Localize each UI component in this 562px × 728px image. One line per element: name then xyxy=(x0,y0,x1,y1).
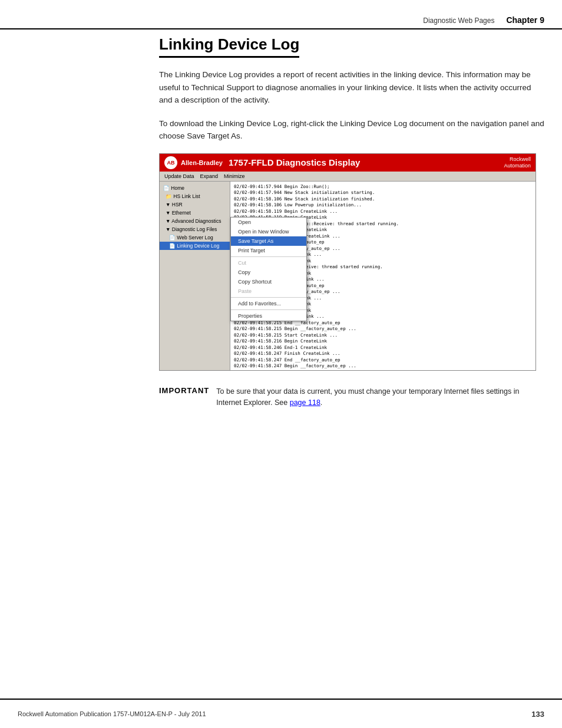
screen-layout: 📄 Home 📁 HS Link List ▼ HSR ▼ Ethernet ▼… xyxy=(160,182,535,370)
important-text-before: To be sure that your data is current, yo… xyxy=(216,387,519,407)
browser-nav: Update Data Expand Minimize xyxy=(160,172,535,182)
section-title: Linking Device Log xyxy=(159,35,299,58)
ab-title: 1757-FFLD Diagnostics Display xyxy=(229,157,504,167)
log-line: 02/02-09:41:58.106 New Stack initializat… xyxy=(234,196,532,203)
ctx-open-new-window[interactable]: Open in New Window xyxy=(231,227,306,236)
rockwell-branding: Rockwell Automation xyxy=(504,156,531,169)
header-section-title: Diagnostic Web Pages xyxy=(423,17,494,25)
ab-topbar: AB Allen-Bradley 1757-FFLD Diagnostics D… xyxy=(160,154,535,172)
ctx-add-favorites[interactable]: Add to Favorites... xyxy=(231,299,306,308)
ctx-print-target[interactable]: Print Target xyxy=(231,246,306,255)
nav-item-ethernet[interactable]: ▼ Ethernet xyxy=(160,209,230,217)
nav-item-webserverlog[interactable]: 📄 Web Server Log xyxy=(160,233,230,242)
context-menu: Open Open in New Window Save Target As P… xyxy=(230,217,307,321)
description-text: The Linking Device Log provides a report… xyxy=(159,68,544,107)
important-text: To be sure that your data is current, yo… xyxy=(216,386,544,409)
nav-item-linkingdevicelog[interactable]: 📄 Linking Device Log xyxy=(160,242,230,250)
log-line: 02/02-09:41:57.944 New Stack initializat… xyxy=(234,190,532,196)
ctx-save-target-as[interactable]: Save Target As xyxy=(231,236,306,246)
log-line: 02/02-09:41:58.106 Low Powerup initializ… xyxy=(234,202,532,209)
ctx-sep-1 xyxy=(231,256,306,257)
nav-item-advanced[interactable]: ▼ Advanced Diagnostics xyxy=(160,217,230,225)
left-nav: 📄 Home 📁 HS Link List ▼ HSR ▼ Ethernet ▼… xyxy=(160,182,230,370)
important-box: IMPORTANT To be sure that your data is c… xyxy=(159,383,544,412)
ctx-cut: Cut xyxy=(231,258,306,268)
nav-item-logfiles[interactable]: ▼ Diagnostic Log Files xyxy=(160,225,230,233)
log-line: 02/02-09:41:58.246 End-1 CreateLink xyxy=(234,345,532,351)
footer-page-number: 133 xyxy=(531,710,544,719)
log-line: 02/02-09:41:58.215 Start CreateLink ... xyxy=(234,332,532,339)
ctx-sep-3 xyxy=(231,309,306,310)
main-content: Linking Device Log The Linking Device Lo… xyxy=(159,35,544,693)
page-footer: Rockwell Automation Publication 1757-UM0… xyxy=(0,699,562,728)
nav-update[interactable]: Update Data xyxy=(162,173,197,180)
instruction-text: To download the Linking Device Log, righ… xyxy=(159,117,544,143)
header-chapter: Chapter 9 xyxy=(506,15,544,25)
log-line: 02/02-09:41:58.247 Finish CreateLink ... xyxy=(234,351,532,357)
important-text-after: . xyxy=(320,398,322,407)
nav-item-hslinklist[interactable]: 📁 HS Link List xyxy=(160,192,230,200)
ctx-copy[interactable]: Copy xyxy=(231,268,306,277)
ctx-properties[interactable]: Properties xyxy=(231,311,306,321)
log-line: 02/02-09:41:58.119 Begin CreateLink ... xyxy=(234,209,532,215)
page-header: Diagnostic Web Pages Chapter 9 xyxy=(0,0,562,29)
nav-minimize[interactable]: Minimize xyxy=(222,173,247,180)
log-line: 02/02-09:41:57.944 Begin Zoo::Run(); xyxy=(234,184,532,190)
log-line: 02/02-09:41:58.247 Begin __factory_auto_… xyxy=(234,363,532,370)
ctx-copy-shortcut[interactable]: Copy Shortcut xyxy=(231,277,306,286)
log-line: 02/02-09:41:58.215 Begin __factory_auto_… xyxy=(234,326,532,332)
ab-logo-area: AB Allen-Bradley xyxy=(164,156,223,169)
important-label: IMPORTANT xyxy=(159,386,209,395)
important-link[interactable]: page 118 xyxy=(290,398,320,407)
log-line: 02/02-09:41:58.216 Begin CreateLink xyxy=(234,338,532,345)
ctx-sep-2 xyxy=(231,297,306,298)
log-line: 02/02-09:41:58.247 End __factory_auto_ep xyxy=(234,357,532,364)
ab-brand: Allen-Bradley xyxy=(181,159,223,166)
nav-item-home[interactable]: 📄 Home xyxy=(160,184,230,192)
nav-item-hsr[interactable]: ▼ HSR xyxy=(160,200,230,209)
log-line: 02/02-09:41:58.247 Begin CreateLink xyxy=(234,370,532,370)
ctx-paste: Paste xyxy=(231,286,306,296)
ab-logo: AB xyxy=(164,156,177,169)
footer-publication: Rockwell Automation Publication 1757-UM0… xyxy=(18,710,206,717)
ctx-open[interactable]: Open xyxy=(231,218,306,227)
nav-expand[interactable]: Expand xyxy=(198,173,221,180)
screenshot-box: AB Allen-Bradley 1757-FFLD Diagnostics D… xyxy=(159,153,536,371)
